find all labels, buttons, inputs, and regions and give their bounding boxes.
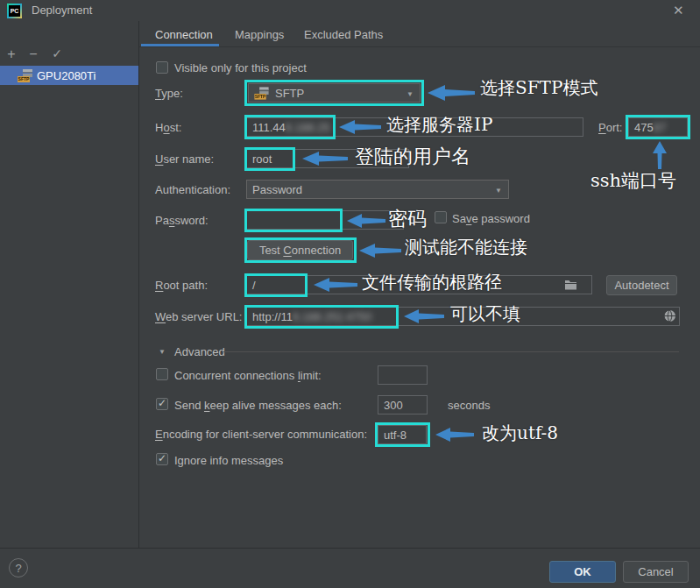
authentication-value: Password xyxy=(252,183,302,196)
root-path-label: Root path: xyxy=(155,279,208,292)
advanced-collapse-icon[interactable]: ▼ xyxy=(159,348,166,356)
use-as-default-button[interactable]: ✓ xyxy=(49,46,65,60)
cancel-button[interactable]: Cancel xyxy=(623,561,689,583)
user-name-label: User name: xyxy=(155,152,214,166)
title-bar: PC Deployment ✕ xyxy=(0,0,700,21)
server-list-sidebar: + − ✓ SFTP GPU2080Ti xyxy=(0,21,138,548)
pycharm-logo-icon: PC xyxy=(7,4,22,18)
concurrent-limit-checkbox[interactable] xyxy=(156,368,168,380)
keep-alive-label: Send keep alive messages each: xyxy=(174,399,342,412)
host-redacted-text: 6.188.25 xyxy=(286,121,330,134)
advanced-label[interactable]: Advanced xyxy=(174,345,225,358)
annotation-url: 可以不填 xyxy=(450,302,520,326)
window-title: Deployment xyxy=(32,4,92,17)
visible-only-checkbox[interactable] xyxy=(156,61,168,74)
globe-icon xyxy=(663,309,676,322)
type-value: SFTP xyxy=(275,87,304,100)
remove-server-button[interactable]: − xyxy=(25,46,41,62)
visible-only-label: Visible only for this project xyxy=(174,61,307,74)
annotation-root: 文件传输的根路径 xyxy=(362,271,502,294)
sftp-server-icon: SFTP xyxy=(18,69,33,82)
annotation-user: 登陆的用户名 xyxy=(355,144,470,170)
annotation-arrow-left-icon xyxy=(339,119,381,135)
annotation-arrow-left-icon xyxy=(302,151,348,166)
port-label: Port: xyxy=(598,121,622,134)
port-redacted-text: 87 xyxy=(654,121,666,134)
ignore-info-label: Ignore info messages xyxy=(174,454,283,467)
test-connection-button[interactable]: Test Connection xyxy=(247,240,353,260)
tab-mappings[interactable]: Mappings xyxy=(235,28,284,41)
authentication-dropdown[interactable]: Password ▼ xyxy=(246,180,509,199)
annotation-port: ssh端口号 xyxy=(590,168,676,193)
sidebar-divider xyxy=(138,21,139,548)
annotation-arrow-left-icon xyxy=(428,84,475,102)
ignore-info-checkbox[interactable]: ✓ xyxy=(156,453,168,465)
concurrent-limit-label: Concurrent connections limit: xyxy=(174,369,322,382)
annotation-arrow-left-icon xyxy=(314,277,357,293)
footer-divider xyxy=(0,548,700,549)
tab-excluded-paths[interactable]: Excluded Paths xyxy=(304,28,383,41)
host-label: Host: xyxy=(155,121,181,134)
advanced-separator xyxy=(223,351,679,352)
web-server-url-label: Web server URL: xyxy=(155,310,242,323)
annotation-encoding: 改为utf-8 xyxy=(482,422,558,445)
annotation-type: 选择SFTP模式 xyxy=(480,76,597,100)
encoding-label: Encoding for client-server communication… xyxy=(155,428,367,441)
annotation-arrow-up-icon xyxy=(652,141,668,169)
save-password-label: Save password xyxy=(452,212,530,225)
checkmark-icon: ✓ xyxy=(158,397,166,409)
type-label: Type: xyxy=(155,87,183,100)
help-icon: ? xyxy=(15,562,21,575)
concurrent-limit-input[interactable] xyxy=(378,365,428,385)
annotation-password: 密码 xyxy=(388,206,427,232)
authentication-label: Authentication: xyxy=(155,183,230,196)
sftp-type-icon: SFTP xyxy=(254,87,269,99)
chevron-down-icon: ▼ xyxy=(407,90,414,98)
checkmark-icon: ✓ xyxy=(158,452,166,464)
keep-alive-checkbox[interactable]: ✓ xyxy=(156,398,168,410)
keep-alive-suffix: seconds xyxy=(448,399,490,412)
tabbar-border xyxy=(139,46,700,47)
add-server-button[interactable]: + xyxy=(4,46,19,62)
annotation-arrow-left-icon xyxy=(435,427,474,443)
keep-alive-input[interactable]: 300 xyxy=(378,395,428,414)
type-dropdown[interactable]: SFTP SFTP ▼ xyxy=(248,83,421,103)
annotation-host: 选择服务器IP xyxy=(386,113,492,137)
url-redacted-text: 6.188.251:4750 xyxy=(293,310,371,323)
annotation-arrow-left-icon xyxy=(404,308,444,324)
server-list-item-gpu2080ti[interactable]: SFTP GPU2080Ti xyxy=(0,66,138,85)
folder-icon[interactable] xyxy=(564,279,577,290)
port-input[interactable]: 47587 xyxy=(628,117,688,137)
ok-button[interactable]: OK xyxy=(549,561,616,583)
annotation-arrow-left-icon xyxy=(359,243,401,259)
tab-connection[interactable]: Connection xyxy=(155,28,213,41)
annotation-test: 测试能不能连接 xyxy=(405,236,527,259)
chevron-down-icon: ▼ xyxy=(495,187,502,195)
save-password-checkbox[interactable] xyxy=(435,211,447,223)
password-label: Password: xyxy=(155,214,209,227)
help-button[interactable]: ? xyxy=(9,558,28,577)
annotation-arrow-left-icon xyxy=(347,213,385,229)
server-name: GPU2080Ti xyxy=(37,69,95,82)
close-icon[interactable]: ✕ xyxy=(673,3,684,18)
autodetect-button[interactable]: Autodetect xyxy=(606,275,677,295)
encoding-input[interactable]: utf-8 xyxy=(378,425,427,444)
